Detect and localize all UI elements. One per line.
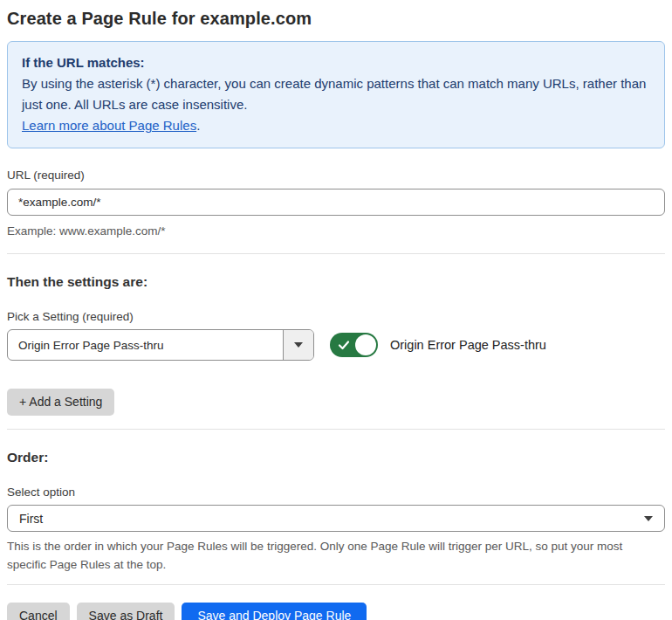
cancel-button[interactable]: Cancel (7, 603, 70, 620)
check-icon (338, 339, 350, 351)
url-example-helper: Example: www.example.com/* (7, 223, 665, 240)
order-select-value: First (19, 512, 43, 526)
order-select[interactable]: First (7, 505, 665, 532)
add-setting-button[interactable]: + Add a Setting (7, 389, 114, 416)
toggle-knob (355, 334, 376, 355)
order-select-label: Select option (7, 486, 665, 499)
url-input[interactable] (7, 189, 665, 216)
order-section-heading: Order: (7, 450, 665, 465)
page-title: Create a Page Rule for example.com (7, 9, 665, 29)
info-box-link-line: Learn more about Page Rules. (22, 115, 650, 136)
url-field-label: URL (required) (7, 169, 665, 182)
divider (7, 429, 665, 430)
chevron-down-icon (644, 516, 653, 521)
learn-more-link[interactable]: Learn more about Page Rules (22, 118, 196, 133)
settings-section-heading: Then the settings are: (7, 274, 665, 290)
footer-actions: Cancel Save as Draft Save and Deploy Pag… (7, 603, 665, 620)
divider (7, 584, 665, 585)
info-box-body: By using the asterisk (*) character, you… (22, 73, 650, 115)
setting-dropdown[interactable]: Origin Error Page Pass-thru (7, 329, 314, 361)
pick-setting-label: Pick a Setting (required) (7, 310, 665, 323)
info-box-heading: If the URL matches: (22, 52, 650, 73)
setting-dropdown-arrow-button[interactable] (283, 330, 313, 360)
divider (7, 253, 665, 254)
setting-toggle-label: Origin Error Page Pass-thru (390, 338, 546, 352)
setting-toggle[interactable] (330, 333, 378, 357)
save-deploy-button[interactable]: Save and Deploy Page Rule (182, 603, 367, 620)
url-match-info-box: If the URL matches: By using the asteris… (7, 41, 665, 148)
save-draft-button[interactable]: Save as Draft (77, 603, 175, 620)
order-helper-text: This is the order in which your Page Rul… (7, 537, 657, 574)
setting-dropdown-value: Origin Error Page Pass-thru (8, 330, 283, 360)
page-rule-form: Create a Page Rule for example.com If th… (0, 0, 672, 620)
chevron-down-icon (294, 342, 303, 348)
setting-row: Origin Error Page Pass-thru Origin Error… (7, 329, 665, 361)
link-period: . (196, 118, 200, 133)
